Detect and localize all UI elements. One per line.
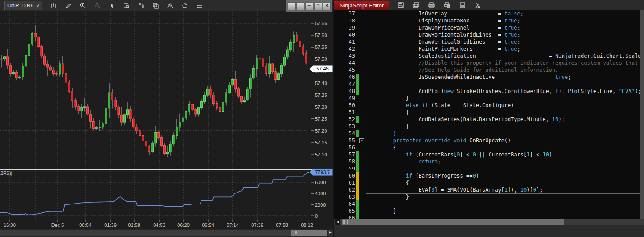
- code-line[interactable]: 63 }: [334, 193, 640, 200]
- code-line[interactable]: 57 if (CurrentBars[0] < 0 || CurrentBars…: [334, 151, 640, 158]
- editor-scrollbar-thumb[interactable]: [342, 219, 564, 225]
- volume-axis-label: 4000: [315, 191, 326, 196]
- line-number: 41: [334, 38, 355, 45]
- chart-toolbar: UniR T2R6 ∨ ─ □ ✕: [0, 0, 333, 11]
- code-line[interactable]: 62 EVA[0] = SMA(VOL(BarsArray[1]), 10)[0…: [334, 186, 640, 193]
- editor-titlebar: NinjaScript Editor: [334, 0, 644, 11]
- window-button-b[interactable]: [296, 2, 304, 10]
- save-icon[interactable]: [395, 0, 406, 10]
- code-line[interactable]: 53 }: [334, 123, 640, 130]
- fold-margin: [359, 193, 366, 200]
- code-line[interactable]: 52 AddDataSeries(Data.BarsPeriodType.Min…: [334, 116, 640, 123]
- reload-icon[interactable]: [179, 1, 190, 11]
- code-line[interactable]: 40 DrawHorizontalGridLines = true;: [334, 31, 640, 38]
- scroll-right-icon[interactable]: ▶: [328, 230, 333, 236]
- chart-scrollbar-thumb[interactable]: [291, 230, 327, 236]
- line-number: 60: [334, 172, 355, 179]
- code-line[interactable]: 37 IsOverlay = false;: [334, 10, 640, 17]
- line-number: 66: [334, 215, 355, 219]
- pencil-icon[interactable]: [63, 1, 74, 11]
- code-line[interactable]: 49 }: [334, 95, 640, 102]
- cursor-icon[interactable]: [106, 1, 118, 11]
- code-line[interactable]: 44 //Disable this property if your indic…: [334, 59, 640, 67]
- code-text: AddPlot(new Stroke(Brushes.CornflowerBlu…: [366, 88, 640, 95]
- code-line[interactable]: 66: [334, 215, 640, 219]
- code-line[interactable]: 54 }: [334, 130, 640, 137]
- scroll-left-icon[interactable]: ◀: [335, 219, 340, 225]
- code-line[interactable]: 60 if (BarsInProgress ==0): [334, 172, 640, 179]
- chevron-down-icon: ∨: [36, 3, 39, 8]
- zoom-in-icon[interactable]: [77, 1, 89, 11]
- code-line[interactable]: 48 AddPlot(new Stroke(Brushes.Cornflower…: [334, 88, 640, 95]
- chart-trader-icon[interactable]: [135, 1, 147, 11]
- code-line[interactable]: 45 //See Help Guide for additional infor…: [334, 67, 640, 74]
- time-axis-label: 06:20: [177, 222, 190, 228]
- code-line[interactable]: 43 ScaleJustification = NinjaTrader.Gui.…: [334, 52, 640, 59]
- bars-style-icon[interactable]: [48, 1, 60, 11]
- code-line[interactable]: 46 IsSuspendedWhileInactive = true;: [334, 74, 640, 81]
- save-all-icon[interactable]: [410, 0, 422, 10]
- code-text: ScaleJustification = NinjaTrader.Gui.Cha…: [366, 52, 640, 59]
- fold-margin: [359, 207, 366, 215]
- code-text: }: [366, 95, 409, 102]
- time-axis-label: 02:58: [128, 222, 140, 228]
- line-number: 52: [334, 116, 355, 123]
- price-axis-label: 57.25: [315, 116, 327, 122]
- instrument-selector[interactable]: UniR T2R6 ∨: [4, 1, 42, 10]
- code-line[interactable]: 59: [334, 165, 640, 172]
- zoom-out-icon[interactable]: [92, 1, 103, 11]
- code-line[interactable]: 56 {: [334, 144, 640, 151]
- maximize-button[interactable]: □: [314, 2, 322, 10]
- indicator-label: 2R6)): [0, 170, 13, 176]
- fold-margin: [359, 130, 366, 137]
- window-button-a[interactable]: [288, 2, 296, 10]
- code-text: IsSuspendedWhileInactive = true;: [366, 74, 571, 81]
- price-chart[interactable]: 2R6))57.6557.6057.5557.5057.4557.4057.35…: [0, 11, 333, 237]
- fold-margin: [359, 158, 366, 165]
- cut-icon[interactable]: [472, 0, 483, 10]
- chart-window: UniR T2R6 ∨ ─ □ ✕: [0, 0, 333, 237]
- code-line[interactable]: 47: [334, 81, 640, 88]
- code-line[interactable]: 41 DrawVerticalGridLines = true;: [334, 38, 640, 45]
- close-button[interactable]: ✕: [323, 2, 331, 10]
- code-line[interactable]: 50 else if (State == State.Configure): [334, 102, 640, 109]
- code-line[interactable]: 51 {: [334, 109, 640, 116]
- candlesticks: [0, 25, 307, 158]
- code-line[interactable]: 64: [334, 200, 640, 207]
- code-line[interactable]: 55− protected override void OnBarUpdate(…: [334, 137, 640, 144]
- minimize-button[interactable]: ─: [305, 2, 313, 10]
- list-icon[interactable]: [194, 1, 205, 11]
- volume-axis-label: 2000: [315, 202, 326, 207]
- line-number: 40: [334, 31, 355, 38]
- draw-icon[interactable]: [165, 1, 176, 11]
- fold-margin: [359, 95, 366, 102]
- fold-collapse-icon[interactable]: −: [359, 137, 366, 144]
- code-line[interactable]: 42 PaintPriceMarkers = true;: [334, 45, 640, 52]
- code-line[interactable]: 58 return;: [334, 158, 640, 165]
- code-text: if (CurrentBars[0] < 0 || CurrentBars[1]…: [366, 151, 552, 158]
- template-icon[interactable]: [457, 0, 468, 10]
- code-line[interactable]: 61 {: [334, 179, 640, 186]
- line-number: 59: [334, 165, 355, 172]
- panels-icon[interactable]: [150, 1, 161, 11]
- print-icon[interactable]: [426, 0, 437, 10]
- print-setup-icon[interactable]: [441, 0, 453, 10]
- line-number: 48: [334, 88, 355, 95]
- data-box-icon[interactable]: [121, 1, 132, 11]
- code-line[interactable]: 65 }: [334, 207, 640, 215]
- code-text: [366, 165, 368, 172]
- code-text: if (BarsInProgress ==0): [366, 172, 479, 179]
- volume-indicator-line: [0, 172, 309, 215]
- editor-title: NinjaScript Editor: [334, 1, 389, 10]
- editor-vertical-scrollbar[interactable]: [640, 10, 644, 219]
- fold-margin: [359, 215, 366, 219]
- code-line[interactable]: 38 DisplayInDataBox = true;: [334, 17, 640, 24]
- line-number: 55: [334, 137, 355, 144]
- price-axis-label: 57.65: [315, 21, 327, 26]
- fold-margin: [359, 172, 366, 179]
- code-editor[interactable]: 37 IsOverlay = false;38 DisplayInDataBox…: [334, 10, 640, 219]
- code-line[interactable]: 39 DrawOnPricePanel = true;: [334, 24, 640, 31]
- price-axis-label: 57.40: [315, 81, 327, 86]
- code-text: {: [366, 144, 396, 151]
- chart-scrollbar-track[interactable]: [0, 230, 327, 236]
